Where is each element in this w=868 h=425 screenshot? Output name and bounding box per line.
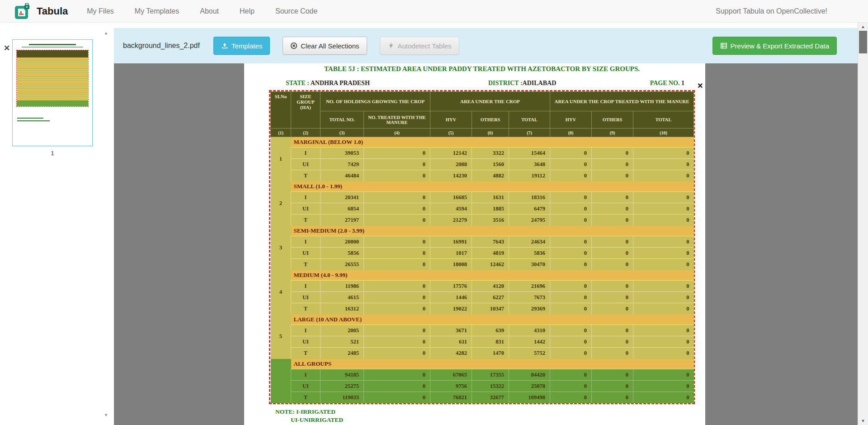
value-cell: 2005 [321, 325, 364, 336]
value-cell: 10347 [472, 303, 509, 315]
value-cell: 12142 [430, 148, 472, 159]
tabula-app: Tabula My Files My Templates About Help … [0, 0, 868, 425]
row-type-cell: UI [291, 248, 321, 259]
value-cell: 2088 [430, 159, 472, 170]
tabula-logo-icon[interactable] [15, 3, 30, 19]
col-number: (3) [321, 129, 364, 137]
value-cell: 1885 [472, 203, 509, 215]
nav-my-files[interactable]: My Files [87, 7, 114, 15]
row-type-cell: UI [291, 381, 321, 392]
autodetect-tables-button[interactable]: Autodetect Tables [380, 37, 459, 55]
scroll-up-icon[interactable]: ▲ [858, 24, 868, 29]
page-no-label: PAGE NO. [650, 80, 680, 86]
value-cell: 1017 [430, 248, 472, 259]
table-list-icon [720, 42, 727, 49]
value-cell: 0 [364, 236, 430, 248]
value-cell: 9756 [430, 381, 472, 392]
templates-button[interactable]: Templates [213, 37, 270, 55]
nav-my-templates[interactable]: My Templates [135, 7, 179, 15]
scrollbar-thumb[interactable] [859, 31, 867, 53]
preview-export-label: Preview & Export Extracted Data [731, 42, 829, 50]
value-cell: 67065 [430, 369, 472, 381]
value-cell: 0 [592, 325, 633, 336]
section-label: SEMI-MEDIUM (2.0 - 3.99) [291, 226, 694, 236]
value-cell: 0 [633, 236, 694, 248]
value-cell: 20341 [321, 192, 364, 203]
thumbnail-page-number: 1 [12, 150, 93, 157]
value-cell: 76821 [430, 392, 472, 403]
preview-export-button[interactable]: Preview & Export Extracted Data [712, 37, 837, 55]
remove-file-icon[interactable]: ✕ [4, 44, 10, 52]
row-type-cell: I [291, 236, 321, 248]
row-type-cell: T [291, 303, 321, 315]
value-cell: 4310 [509, 325, 550, 336]
value-cell: 0 [550, 236, 592, 248]
row-type-cell: UI [291, 292, 321, 303]
value-cell: 7429 [321, 159, 364, 170]
value-cell: 3322 [472, 148, 509, 159]
value-cell: 0 [633, 392, 694, 403]
page-thumbnail-sidebar: ✕ 1 ▲ ▼ [0, 23, 114, 425]
header-others: OTHERS [472, 111, 509, 129]
row-type-cell: UI [291, 336, 321, 348]
value-cell: 0 [592, 281, 633, 292]
value-cell: 29369 [509, 303, 550, 315]
value-cell: 0 [364, 392, 430, 403]
value-cell: 0 [364, 148, 430, 159]
value-cell: 0 [633, 203, 694, 215]
slno-cell: 1 [271, 137, 291, 181]
clear-all-selections-button[interactable]: Clear All Selections [283, 37, 367, 55]
header-hyv: HYV [430, 111, 472, 129]
table-selection-box[interactable]: SI.No SIZE GROUP (HA) NO. OF HOLDINGS GR… [269, 90, 695, 404]
pdf-viewer-area: TABLE 5J : ESTIMATED AREA UNDER PADDY TR… [114, 63, 858, 425]
brand-title[interactable]: Tabula [37, 5, 68, 17]
slno-cell: 4 [271, 270, 291, 315]
value-cell: 6479 [509, 203, 550, 215]
value-cell: 0 [633, 292, 694, 303]
value-cell: 24634 [509, 236, 550, 248]
value-cell: 5856 [321, 248, 364, 259]
value-cell: 109498 [509, 392, 550, 403]
scroll-down-icon[interactable]: ▼ [858, 419, 868, 423]
value-cell: 25078 [509, 381, 550, 392]
value-cell: 0 [633, 303, 694, 315]
value-cell: 0 [633, 348, 694, 359]
value-cell: 0 [633, 336, 694, 348]
selection-close-icon[interactable]: ✕ [697, 82, 703, 90]
value-cell: 0 [633, 215, 694, 226]
value-cell: 32677 [472, 392, 509, 403]
slno-cell: 2 [271, 181, 291, 226]
value-cell: 5752 [509, 348, 550, 359]
section-label: ALL GROUPS [291, 359, 694, 369]
value-cell: 0 [550, 215, 592, 226]
pdf-page[interactable]: TABLE 5J : ESTIMATED AREA UNDER PADDY TR… [244, 63, 705, 425]
sidebar-scroll-up-icon[interactable]: ▲ [104, 31, 108, 35]
value-cell: 6854 [321, 203, 364, 215]
value-cell: 0 [592, 292, 633, 303]
nav-help[interactable]: Help [240, 7, 255, 15]
sidebar-scroll-down-icon[interactable]: ▼ [104, 413, 108, 417]
value-cell: 0 [592, 336, 633, 348]
value-cell: 18316 [509, 192, 550, 203]
value-cell: 0 [550, 348, 592, 359]
header-total: TOTAL [509, 111, 550, 129]
state-value: ANDHRA PRADESH [311, 80, 370, 86]
value-cell: 16312 [321, 303, 364, 315]
row-type-cell: T [291, 392, 321, 403]
value-cell: 0 [633, 159, 694, 170]
value-cell: 15464 [509, 148, 550, 159]
value-cell: 21279 [430, 215, 472, 226]
row-type-cell: I [291, 148, 321, 159]
value-cell: 1442 [509, 336, 550, 348]
vertical-scrollbar[interactable]: ▲ ▼ [858, 23, 868, 425]
value-cell: 0 [592, 148, 633, 159]
value-cell: 0 [592, 303, 633, 315]
header-area: AREA UNDER THE CROP [430, 92, 550, 111]
nav-about[interactable]: About [200, 7, 219, 15]
support-link[interactable]: Support Tabula on OpenCollective! [716, 7, 827, 15]
col-number: (9) [592, 129, 633, 137]
nav-source-code[interactable]: Source Code [275, 7, 317, 15]
section-label: SMALL (1.0 - 1.99) [291, 181, 694, 192]
page-1-thumbnail[interactable] [12, 39, 93, 146]
header-holdings: NO. OF HOLDINGS GROWING THE CROP [321, 92, 430, 111]
